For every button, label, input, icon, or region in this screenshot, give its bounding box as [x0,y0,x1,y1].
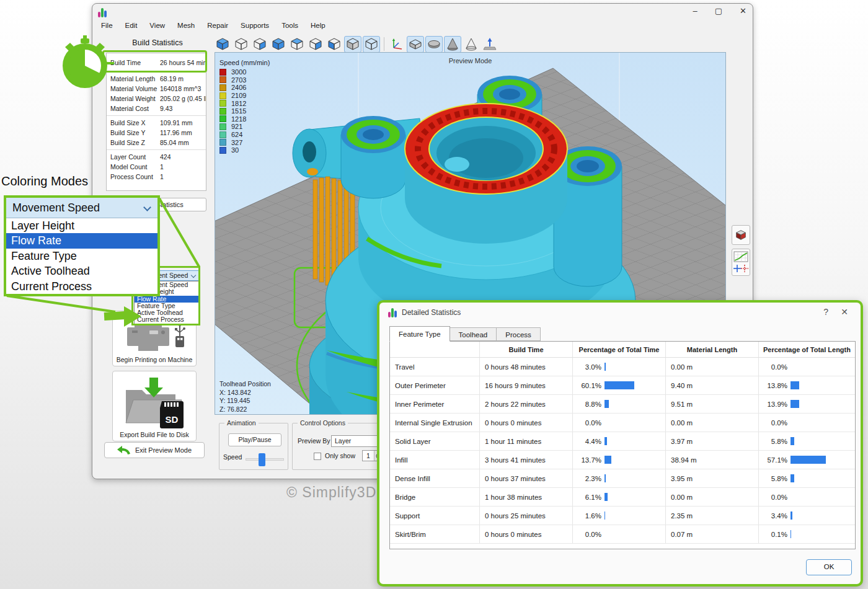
table-row[interactable]: Internal Single Extrusion 0 hours 0 minu… [390,414,855,432]
pct-time-cell: 13.7% [572,451,665,469]
dialog-close-icon[interactable]: ✕ [841,307,848,317]
view-cube-solid-icon[interactable] [214,36,231,53]
view-cube-left-icon[interactable] [326,36,343,53]
material-cell: 9.51 m [665,395,758,413]
feature-cell: Outer Perimeter [390,376,479,394]
view-cube-bottom-icon[interactable] [251,36,268,53]
menu-item[interactable]: Tools [275,20,304,32]
stat-row: Layer Count424 [107,152,206,162]
view-cube-solid2-icon[interactable] [270,36,287,53]
toolbar-separator [384,37,384,51]
legend-entry: 30 [219,146,270,154]
dialog-tab[interactable]: Process [497,327,541,341]
cross-section-box-icon[interactable] [344,36,361,53]
stat-row: Material Weight205.02 g (0.45 lb) [107,94,206,104]
speed-label: Speed [223,453,242,461]
menu-item[interactable]: File [95,20,119,32]
callout-mode-option[interactable]: Active Toolhead [6,264,157,278]
legend-entry: 2703 [219,76,270,84]
build-time-cell: 16 hours 9 minutes [479,376,572,394]
view-cube-right-icon[interactable] [307,36,324,53]
title-bar[interactable]: – ▢ ✕ [92,4,753,20]
pct-time-bar [604,474,606,482]
callout-mode-option[interactable]: Current Process [6,279,157,294]
dialog-tab[interactable]: Feature Type [389,326,450,342]
stat-row: Material Length68.19 m [107,74,206,84]
legend-entry: 3000 [219,68,270,76]
feature-cell: Bridge [390,488,479,506]
feature-cell: Support [390,507,479,525]
build-time-cell: 2 hours 22 minutes [479,395,572,413]
table-arrow-icon[interactable] [481,36,498,53]
dialog-tab[interactable]: Toolhead [450,327,497,341]
view-cube-wire-icon[interactable] [232,36,250,53]
red-cube-tool-icon[interactable] [732,225,750,245]
table-row[interactable]: Solid Layer 1 hour 11 minutes 4.4% 3.97 … [390,432,855,451]
pct-length-bar [790,474,794,482]
table-row[interactable]: Infill 3 hours 41 minutes 13.7% 38.94 m … [390,451,855,469]
legend-swatch [219,131,226,138]
dialog-help-icon[interactable]: ? [823,307,828,317]
table-row[interactable]: Bridge 1 hour 38 minutes 6.1% 0.00 m 0.0… [390,488,855,507]
callout-mode-option[interactable]: Layer Height [6,218,157,233]
menu-item[interactable]: View [143,20,171,32]
close-icon[interactable]: ✕ [740,6,746,16]
gear-ring [405,104,567,244]
pct-time-cell: 1.6% [572,507,665,525]
material-cell: 38.94 m [665,451,758,469]
callout-mode-option[interactable]: Feature Type [6,249,157,264]
pct-length-cell: 0.1% [758,525,855,543]
exit-preview-button[interactable]: Exit Preview Mode [104,442,205,458]
table-row[interactable]: Inner Perimeter 2 hours 22 minutes 8.8% … [390,395,855,414]
material-cell: 0.00 m [665,414,758,432]
table-row[interactable]: Dense Infill 0 hours 37 minutes 2.3% 3.9… [390,469,855,488]
dialog-tabs: Feature TypeToolheadProcess [389,326,541,341]
speed-slider[interactable] [246,458,284,461]
cone-wire-icon[interactable] [463,36,480,53]
build-time-cell: 0 hours 0 minutes [479,525,572,543]
menu-item[interactable]: Repair [201,20,234,32]
coloring-modes-callout: Movement Speed Layer HeightFlow RateFeat… [4,195,160,296]
stat-row: Build Size X109.91 mm [107,118,206,128]
menu-item[interactable]: Edit [119,20,144,32]
axes-icon[interactable] [388,36,405,53]
table-row[interactable]: Travel 0 hours 48 minutes 3.0% 0.00 m 0.… [390,358,855,376]
callout-mode-option[interactable]: Flow Rate [6,233,157,248]
menu-item[interactable]: Supports [234,20,275,32]
export-build-file-button[interactable]: SD Export Build File to Disk [112,371,197,441]
maximize-icon[interactable]: ▢ [715,6,722,16]
build-plate-icon[interactable] [407,36,424,53]
table-row[interactable]: Support 0 hours 25 minutes 1.6% 2.35 m 3… [390,507,855,525]
view-cube-top-icon[interactable] [288,36,306,53]
legend-entry: 2406 [219,84,270,92]
layer-disc-icon[interactable] [425,36,443,53]
menu-item[interactable]: Mesh [171,20,201,32]
usb-icon [175,324,185,347]
machine-control-icon[interactable] [732,249,750,276]
play-pause-button[interactable]: Play/Pause [228,433,281,446]
table-row[interactable]: Skirt/Brim 0 hours 0 minutes 0.0% 0.07 m… [390,525,855,544]
cross-section-wire-icon[interactable] [363,36,380,53]
exit-arrow-icon [117,445,131,455]
feature-cell: Inner Perimeter [390,395,479,413]
pct-time-bar [604,493,608,501]
callout-selected-mode[interactable]: Movement Speed [6,198,157,218]
pct-length-cell: 57.1% [758,451,855,469]
ok-button[interactable]: OK [806,559,852,575]
svg-text:SD: SD [166,414,179,425]
cone-solid-icon[interactable] [444,36,461,53]
minimize-icon[interactable]: – [693,6,698,16]
table-row[interactable]: Outer Perimeter 16 hours 9 minutes 60.1%… [390,376,855,395]
legend-entry: 1812 [219,99,270,107]
pct-length-bar [790,456,826,464]
menu-item[interactable]: Help [304,20,332,32]
stopwatch-icon [57,35,114,92]
legend-entry: 1218 [219,115,270,123]
dialog-title-bar[interactable]: Detailed Statistics [388,308,461,317]
only-show-checkbox[interactable] [314,453,321,460]
pct-length-cell: 0.0% [758,488,855,506]
pct-time-bar [604,512,605,520]
legend-swatch [219,115,226,122]
pct-length-cell: 13.8% [758,376,855,394]
speed-slider-handle[interactable] [259,453,265,466]
